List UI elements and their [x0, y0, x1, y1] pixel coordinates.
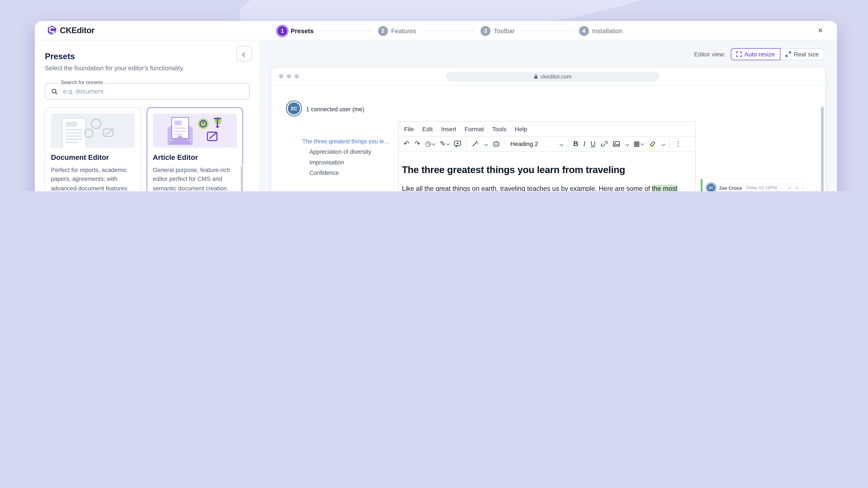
menu-format[interactable]: Format [465, 126, 484, 132]
chevron-left-icon [242, 52, 247, 57]
redo-icon[interactable]: ↷ [414, 140, 420, 147]
menu-file[interactable]: File [404, 126, 414, 132]
editor-toolbar: ↶ ↷ ◷ ✎ [399, 137, 695, 152]
outline-item-title[interactable]: The three greatest things you lear… [302, 138, 391, 144]
real-size-toggle[interactable]: Real size [780, 48, 824, 60]
highlight-marker-icon[interactable] [649, 140, 656, 147]
preset-card-document-editor[interactable]: Document Editor Perfect for reports, aca… [45, 107, 141, 191]
preview-area: Editor view: Auto resize Real size [260, 40, 837, 191]
preset-thumbnail [153, 113, 237, 148]
toolbar-separator [568, 139, 568, 148]
window-dot [287, 74, 291, 78]
heading-dropdown-value: Heading 2 [510, 140, 538, 147]
step-connector [520, 30, 573, 31]
avatar: ZC [287, 101, 301, 116]
step-connector [422, 30, 475, 31]
wizard-stepper: 1 Presets 2 Features 3 Toolbar 4 Install… [277, 21, 623, 40]
track-changes-icon[interactable]: ✎ [440, 140, 449, 147]
search-input[interactable] [62, 84, 245, 98]
ai-assistant-icon[interactable] [493, 140, 500, 147]
underline-icon[interactable]: U [590, 140, 595, 147]
preview-scrollbar[interactable] [821, 106, 824, 191]
step-number: 1 [277, 26, 287, 36]
page-title: Presets [45, 52, 250, 61]
auto-resize-toggle[interactable]: Auto resize [731, 48, 780, 60]
scrollbar-thumb[interactable] [241, 165, 243, 191]
outline-item[interactable]: Confidence [309, 169, 391, 176]
address-bar[interactable]: ckeditor.com [446, 72, 659, 82]
magic-wand-icon[interactable] [472, 140, 479, 147]
article-illustration-icon [153, 113, 237, 148]
insert-image-icon[interactable] [613, 140, 620, 147]
avatar: ZC [706, 183, 716, 191]
paragraph: Like all the great things on earth, trav… [402, 184, 692, 191]
add-comment-icon[interactable] [454, 140, 461, 147]
comment-timestamp: Today 02:18PM [745, 186, 777, 190]
more-options-icon[interactable]: ⋮ [675, 140, 682, 147]
toolbar-separator [505, 139, 505, 148]
accept-suggestion-icon[interactable]: ✓ [788, 185, 792, 191]
page-subtitle: Select the foundation for your editor's … [45, 65, 250, 71]
preset-card-desc: Perfect for reports, academic papers, ag… [51, 165, 135, 191]
menu-insert[interactable]: Insert [441, 126, 456, 132]
window-dot [294, 74, 299, 78]
preset-card-title: Article Editor [153, 153, 237, 162]
menu-tools[interactable]: Tools [492, 126, 506, 132]
preset-list: Document Editor Perfect for reports, aca… [45, 107, 250, 191]
toolbar-separator [669, 139, 670, 148]
step-toolbar[interactable]: 3 Toolbar [480, 26, 515, 36]
step-connector [319, 30, 372, 31]
document-outline: The three greatest things you lear… Appr… [302, 138, 391, 176]
sidebar-scrollbar[interactable] [241, 164, 243, 191]
collapse-sidebar-button[interactable] [236, 46, 252, 61]
history-icon[interactable]: ◷ [425, 140, 435, 147]
preset-card-article-editor[interactable]: Article Editor General purpose, feature-… [147, 107, 243, 191]
insert-table-icon[interactable]: ▦ [633, 140, 644, 147]
browser-chrome: ckeditor.com [271, 67, 826, 86]
step-label: Toolbar [494, 27, 515, 34]
screen: CKEditor 1 Presets 2 Features 3 Toolbar [0, 0, 868, 191]
link-icon[interactable] [600, 140, 608, 147]
chevron-down-icon [625, 142, 629, 145]
discard-suggestion-icon[interactable]: × [795, 185, 798, 191]
scrollbar-thumb[interactable] [821, 107, 824, 191]
expand-arrows-icon [785, 52, 791, 57]
connected-users-status: 1 connected user (me) [306, 106, 364, 112]
insert-suggestion-highlight: the most [652, 185, 677, 191]
real-size-label: Real size [794, 51, 818, 58]
url-text: ckeditor.com [540, 73, 571, 79]
document-body[interactable]: The three greatest things you learn from… [399, 164, 695, 191]
auto-resize-label: Auto resize [744, 51, 775, 58]
editor-view-switcher: Editor view: Auto resize Real size [694, 48, 825, 60]
heading-dropdown[interactable]: Heading 2 [510, 140, 563, 147]
toolbar-separator [466, 139, 467, 148]
outline-item[interactable]: Improvisation [309, 159, 391, 165]
step-number: 2 [378, 26, 388, 36]
menu-edit[interactable]: Edit [422, 126, 433, 132]
suggestion-card-insert[interactable]: ZC Zee Croce Today 02:18PM ✓ × Insert: "… [701, 179, 803, 191]
search-icon [51, 88, 58, 95]
step-presets[interactable]: 1 Presets [277, 26, 314, 36]
search-field: Search for presets [45, 83, 250, 100]
browser-mockup: ckeditor.com ZC 1 connected user (me) Th… [271, 67, 826, 191]
italic-icon[interactable]: I [583, 140, 586, 147]
setup-wizard-window: CKEditor 1 Presets 2 Features 3 Toolbar [35, 21, 837, 191]
window-dots-icon [279, 74, 299, 78]
undo-icon[interactable]: ↶ [404, 140, 409, 147]
preset-card-desc: General purpose, feature-rich editor per… [153, 165, 237, 191]
step-installation[interactable]: 4 Installation [579, 26, 623, 36]
document-illustration-icon [51, 113, 135, 148]
step-features[interactable]: 2 Features [378, 26, 416, 36]
editor-frame: File Edit Insert Format Tools Help ↶ ↷ ◷… [398, 121, 696, 191]
step-label: Presets [290, 27, 314, 34]
comment-author: Zee Croce [719, 185, 742, 191]
preset-card-title: Document Editor [51, 153, 135, 162]
lock-icon [534, 74, 538, 79]
corners-icon [736, 52, 742, 57]
window-dot [279, 74, 283, 78]
bold-icon[interactable]: B [573, 140, 578, 147]
close-icon[interactable]: × [815, 25, 826, 36]
chevron-down-icon [661, 142, 665, 145]
menu-help[interactable]: Help [515, 126, 527, 132]
outline-item[interactable]: Appreciation of diversity [309, 148, 391, 155]
